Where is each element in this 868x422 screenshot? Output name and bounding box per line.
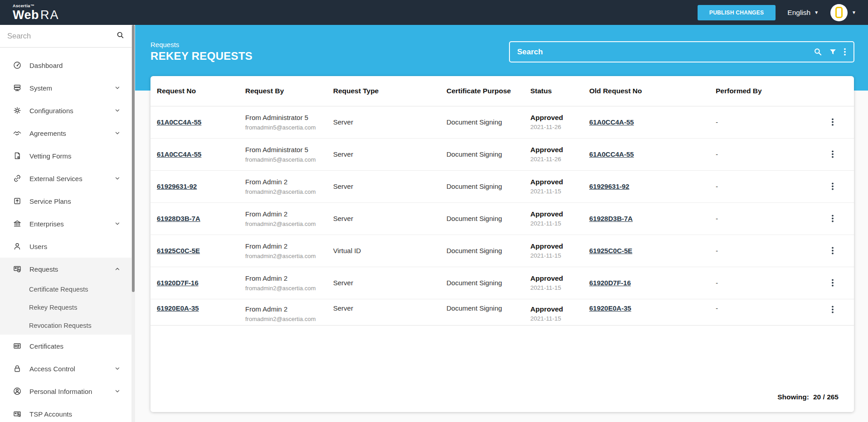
table-row: 61A0CC4A-55 From Administrator 5fromadmi… (150, 138, 854, 170)
caret-down-icon: ▼ (814, 10, 819, 15)
performed-by: - (716, 267, 829, 299)
request-by-name: From Admin 2 (245, 241, 313, 251)
performed-by: - (716, 170, 829, 202)
status-date: 2021-11-15 (530, 252, 584, 260)
language-label: English (787, 9, 810, 17)
showing-label: Showing: (777, 393, 809, 401)
row-kebab-icon[interactable] (829, 304, 836, 315)
chevron-down-icon (114, 175, 121, 182)
table-search-input[interactable] (517, 48, 807, 57)
language-selector[interactable]: English ▼ (787, 9, 819, 17)
sidebar-item-personal-information[interactable]: Personal Information (0, 380, 131, 403)
avatar-placeholder-icon (835, 7, 843, 18)
certificate-purpose: Document Signing (446, 138, 530, 170)
sidebar-item-enterprises[interactable]: Enterprises (0, 212, 131, 235)
request-type: Server (333, 138, 446, 170)
search-icon[interactable] (116, 31, 124, 41)
request-by-email: fromadmin2@ascertia.com (245, 220, 317, 228)
old-request-no-link[interactable]: 61929631-92 (589, 182, 629, 190)
row-kebab-icon[interactable] (829, 117, 836, 127)
request-by-name: From Administrator 5 (245, 113, 313, 122)
main-content: Requests REKEY REQUESTS Request No Reque… (135, 25, 868, 422)
sidebar-search (0, 25, 131, 48)
request-type: Server (333, 267, 446, 299)
chevron-down-icon (114, 221, 121, 227)
request-no-link[interactable]: 61A0CC4A-55 (157, 118, 201, 126)
request-by-name: From Admin 2 (245, 209, 313, 219)
col-status: Status (530, 76, 589, 106)
sidebar-item-access-control[interactable]: Access Control (0, 357, 131, 380)
sidebar-menu: Dashboard System Configurations Agreemen… (0, 48, 131, 422)
bank-icon (13, 219, 22, 228)
table-footer: Showing: 20 / 265 (150, 382, 854, 412)
row-kebab-icon[interactable] (829, 181, 836, 192)
sidebar-item-configurations[interactable]: Configurations (0, 99, 131, 122)
status-date: 2021-11-15 (530, 315, 584, 323)
sidebar-search-input[interactable] (7, 32, 113, 40)
sidebar-item-requests[interactable]: Requests (0, 258, 131, 280)
sidebar-item-users[interactable]: Users (0, 235, 131, 258)
performed-by: - (716, 299, 829, 325)
requests-table-card: Request No Request By Request Type Certi… (150, 76, 854, 412)
sidebar-item-revocation-requests[interactable]: Revocation Requests (0, 316, 131, 335)
request-by-name: From Admin 2 (245, 177, 313, 187)
filter-icon[interactable] (829, 48, 837, 56)
chevron-up-icon (114, 266, 121, 272)
status-badge: Approved (530, 145, 584, 154)
request-no-link[interactable]: 61920D7F-16 (157, 279, 199, 287)
handshake-icon (13, 129, 22, 138)
request-no-link[interactable]: 61920E0A-35 (157, 304, 199, 312)
row-kebab-icon[interactable] (829, 245, 836, 256)
search-icon[interactable] (814, 48, 822, 56)
certificate-purpose: Document Signing (446, 106, 530, 138)
certificate-purpose: Document Signing (446, 202, 530, 235)
lock-icon (13, 364, 22, 373)
old-request-no-link[interactable]: 61928D3B-7A (589, 215, 633, 222)
row-kebab-icon[interactable] (829, 278, 836, 288)
sidebar-item-certificate-requests[interactable]: Certificate Requests (0, 280, 131, 298)
publish-changes-button[interactable]: PUBLISH CHANGES (698, 5, 776, 20)
scrollbar-thumb[interactable] (132, 25, 135, 292)
service-plans-icon (13, 197, 22, 206)
sidebar-item-service-plans[interactable]: Service Plans (0, 190, 131, 212)
sidebar-item-external-services[interactable]: External Services (0, 167, 131, 190)
status-badge: Approved (530, 241, 584, 251)
user-menu[interactable]: ▼ (830, 4, 856, 21)
certificate-purpose: Document Signing (446, 170, 530, 202)
sidebar-scrollbar[interactable] (131, 25, 135, 422)
status-badge: Approved (530, 209, 584, 219)
request-by-email: fromadmin5@ascertia.com (245, 124, 317, 132)
request-type: Virtual ID (333, 235, 446, 267)
table-search-bar (509, 41, 854, 62)
table-row: 61928D3B-7A From Admin 2fromadmin2@ascer… (150, 202, 854, 235)
request-no-link[interactable]: 61A0CC4A-55 (157, 150, 201, 158)
request-no-link[interactable]: 61928D3B-7A (157, 215, 200, 222)
sidebar-item-certificates[interactable]: Certificates (0, 335, 131, 357)
gauge-icon (13, 61, 22, 70)
request-no-link[interactable]: 61929631-92 (157, 182, 197, 190)
row-kebab-icon[interactable] (829, 213, 836, 224)
sidebar-item-rekey-requests[interactable]: Rekey Requests (0, 298, 131, 316)
old-request-no-link[interactable]: 61925C0C-5E (589, 247, 632, 254)
col-request-no: Request No (150, 76, 245, 106)
status-date: 2021-11-26 (530, 123, 584, 131)
col-request-by: Request By (245, 76, 333, 106)
request-by-email: fromadmin2@ascertia.com (245, 284, 317, 293)
old-request-no-link[interactable]: 61920E0A-35 (589, 304, 631, 312)
row-kebab-icon[interactable] (829, 149, 836, 159)
sidebar-item-system[interactable]: System (0, 77, 131, 99)
old-request-no-link[interactable]: 61920D7F-16 (589, 279, 631, 287)
sidebar-item-agreements[interactable]: Agreements (0, 122, 131, 144)
request-no-link[interactable]: 61925C0C-5E (157, 247, 200, 254)
chevron-down-icon (114, 107, 121, 114)
old-request-no-link[interactable]: 61A0CC4A-55 (589, 150, 634, 158)
sidebar-item-tsp-accounts[interactable]: TSP Accounts (0, 403, 131, 422)
sidebar-item-dashboard[interactable]: Dashboard (0, 54, 131, 77)
sidebar-item-vetting-forms[interactable]: Vetting Forms (0, 144, 131, 167)
chevron-down-icon (114, 365, 121, 372)
kebab-icon[interactable] (844, 48, 846, 56)
status-badge: Approved (530, 177, 584, 187)
old-request-no-link[interactable]: 61A0CC4A-55 (589, 118, 634, 126)
app-logo: Ascertia™ WebRA (13, 4, 59, 21)
col-certificate-purpose: Certificate Purpose (446, 76, 530, 106)
